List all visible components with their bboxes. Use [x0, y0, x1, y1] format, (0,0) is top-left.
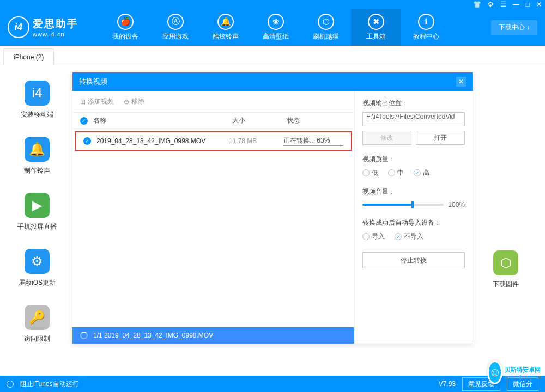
quality-label: 视频质量：: [362, 155, 465, 164]
apple-icon: 🍎: [117, 14, 134, 30]
watermark: ☺ 贝斯特安卓网 www.zjbstyy.com: [487, 356, 542, 389]
volume-label: 视频音量：: [362, 187, 465, 197]
convert-video-modal: 转换视频 ✕ ⊞添加视频 ⊖移除 ✓ 名称 大小 状态 ✓ 2019_04_28…: [72, 72, 473, 344]
add-video-button[interactable]: ⊞添加视频: [80, 97, 114, 106]
nav-apps[interactable]: Ⓐ应用游戏: [150, 9, 201, 46]
col-status: 状态: [287, 116, 347, 125]
download-center-button[interactable]: 下载中心 ↓: [491, 20, 537, 35]
logo-icon: i4: [8, 16, 29, 38]
sidebar-right: ⬡下载固件: [484, 250, 528, 307]
nav-wallpaper[interactable]: ❀高清壁纸: [251, 9, 301, 46]
modal-titlebar: 转换视频 ✕: [72, 72, 473, 91]
box-icon: ⬡: [318, 14, 334, 30]
nav-ringtones[interactable]: 🔔酷炫铃声: [201, 9, 251, 46]
itunes-block-label[interactable]: 阻止iTunes自动运行: [20, 379, 79, 389]
import-yes[interactable]: 导入: [362, 232, 385, 241]
sidebar-make-ringtone[interactable]: 🔔制作铃声: [15, 137, 59, 175]
import-label: 转换成功后自动导入设备：: [362, 218, 465, 228]
main-nav: 🍎我的设备 Ⓐ应用游戏 🔔酷炫铃声 ❀高清壁纸 ⬡刷机越狱 ✖工具箱 ℹ教程中心: [100, 9, 491, 46]
row-filesize: 11.78 MB: [229, 137, 283, 145]
logo: i4 爱思助手 www.i4.cn: [8, 16, 78, 38]
bell-icon: 🔔: [25, 137, 50, 162]
quality-high[interactable]: 高: [414, 168, 429, 177]
app-icon: Ⓐ: [167, 14, 184, 30]
logo-title: 爱思助手: [33, 17, 78, 31]
modal-title-text: 转换视频: [79, 77, 107, 87]
stop-convert-button[interactable]: 停止转换: [362, 252, 465, 268]
sidebar-screen-cast[interactable]: ▶手机投屏直播: [15, 193, 59, 231]
quality-low[interactable]: 低: [362, 168, 378, 177]
nav-my-device[interactable]: 🍎我的设备: [100, 9, 150, 46]
status-icon: [7, 381, 14, 388]
spinner-icon: [80, 332, 88, 339]
modal-toolbar: ⊞添加视频 ⊖移除: [72, 91, 354, 113]
modal-settings-panel: 视频输出位置： F:\i4Tools7\Files\ConvertedVid 修…: [355, 91, 473, 344]
watermark-url: www.zjbstyy.com: [505, 374, 542, 379]
i4-icon: i4: [25, 81, 50, 106]
play-icon: ▶: [25, 193, 50, 218]
quality-radios: 低 中 高: [362, 168, 465, 177]
header: i4 爱思助手 www.i4.cn 🍎我的设备 Ⓐ应用游戏 🔔酷炫铃声 ❀高清壁…: [0, 9, 545, 46]
sidebar-download-firmware[interactable]: ⬡下载固件: [484, 250, 528, 289]
row-filename: 2019_04_28_13_42_IMG_0998.MOV: [96, 137, 229, 145]
tools-icon: ✖: [368, 14, 384, 30]
gear-icon[interactable]: ⚙: [488, 1, 494, 8]
sidebar-block-update[interactable]: ⚙屏蔽iOS更新: [15, 249, 59, 287]
output-path-label: 视频输出位置：: [362, 99, 465, 108]
info-icon: ℹ: [418, 14, 434, 30]
titlebar: 👕 ⚙ ☰ — □ ✕: [0, 0, 545, 9]
import-no[interactable]: 不导入: [395, 232, 423, 241]
version-label: V7.93: [439, 380, 456, 388]
nav-tutorials[interactable]: ℹ教程中心: [401, 9, 451, 46]
list-row[interactable]: ✓ 2019_04_28_13_42_IMG_0998.MOV 11.78 MB…: [75, 131, 352, 151]
col-size: 大小: [232, 116, 287, 125]
import-radios: 导入 不导入: [362, 232, 465, 241]
flower-icon: ❀: [268, 14, 284, 30]
gear-icon: ⚙: [25, 249, 50, 274]
volume-value: 100%: [448, 201, 465, 209]
output-path-input[interactable]: F:\i4Tools7\Files\ConvertedVid: [362, 112, 465, 126]
volume-slider[interactable]: 100%: [362, 201, 465, 209]
nav-jailbreak[interactable]: ⬡刷机越狱: [301, 9, 351, 46]
nav-toolbox[interactable]: ✖工具箱: [351, 9, 401, 46]
logo-subtitle: www.i4.cn: [33, 31, 78, 38]
close-icon[interactable]: ✕: [536, 1, 542, 8]
main-area: i4安装移动端 🔔制作铃声 ▶手机投屏直播 ⚙屏蔽iOS更新 🔑访问限制 ⬡下载…: [0, 65, 545, 376]
quality-mid[interactable]: 中: [388, 168, 404, 177]
progress-bar: 1/1 2019_04_28_13_42_IMG_0998.MOV: [72, 327, 354, 344]
cube-icon: ⬡: [493, 250, 518, 275]
watermark-name: 贝斯特安卓网: [505, 366, 542, 374]
list-header: ✓ 名称 大小 状态: [72, 113, 354, 129]
bell-icon: 🔔: [217, 14, 234, 30]
select-all-check[interactable]: ✓: [80, 117, 88, 125]
menu-icon[interactable]: ☰: [500, 1, 506, 8]
sidebar: i4安装移动端 🔔制作铃声 ▶手机投屏直播 ⚙屏蔽iOS更新 🔑访问限制: [15, 81, 59, 361]
remove-icon: ⊖: [124, 98, 129, 106]
maximize-icon[interactable]: □: [526, 1, 530, 8]
tab-bar: iPhone (2): [0, 46, 545, 65]
progress-text: 1/1 2019_04_28_13_42_IMG_0998.MOV: [93, 332, 213, 339]
sidebar-restrictions[interactable]: 🔑访问限制: [15, 305, 59, 344]
modal-close-button[interactable]: ✕: [456, 77, 466, 87]
slider-thumb[interactable]: [411, 201, 414, 208]
modal-list-panel: ⊞添加视频 ⊖移除 ✓ 名称 大小 状态 ✓ 2019_04_28_13_42_…: [72, 91, 355, 344]
remove-button[interactable]: ⊖移除: [124, 97, 144, 106]
row-check[interactable]: ✓: [83, 137, 91, 145]
sidebar-install-mobile[interactable]: i4安装移动端: [15, 81, 59, 119]
minimize-icon[interactable]: —: [513, 1, 519, 8]
watermark-icon: ☺: [487, 360, 502, 384]
row-status: 正在转换... 63%: [283, 136, 343, 146]
key-icon: 🔑: [25, 305, 50, 330]
open-button[interactable]: 打开: [416, 131, 465, 145]
modify-button[interactable]: 修改: [362, 131, 411, 145]
apparel-icon[interactable]: 👕: [473, 1, 481, 8]
col-name: 名称: [93, 116, 232, 125]
tab-iphone[interactable]: iPhone (2): [3, 48, 54, 65]
footer: 阻止iTunes自动运行 V7.93 意见反馈 微信分: [0, 376, 545, 392]
add-icon: ⊞: [80, 98, 86, 106]
